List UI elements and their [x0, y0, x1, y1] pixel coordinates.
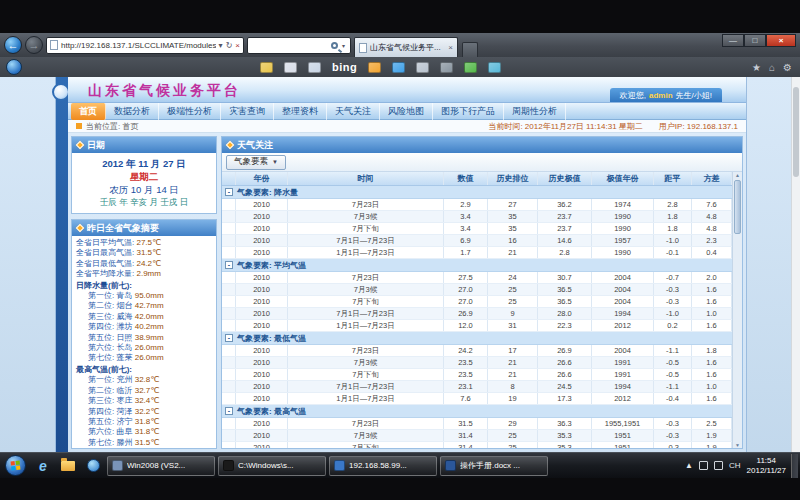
- table-scrollbar[interactable]: ▲ ▼: [732, 172, 742, 448]
- taskbar-window-2[interactable]: C:\Windows\s...: [218, 456, 326, 476]
- table-row[interactable]: 20107月下旬31.42535.31951-0.31.9: [222, 442, 732, 448]
- home-icon[interactable]: ⌂: [769, 62, 775, 73]
- search-icon[interactable]: [331, 42, 338, 49]
- network-icon[interactable]: [714, 461, 723, 470]
- network-app-icon[interactable]: [488, 62, 501, 73]
- cell: 2004: [592, 296, 654, 307]
- table-section-header[interactable]: -气象要素: 降水量: [222, 186, 732, 199]
- nav-item-3[interactable]: 极端性分析: [159, 103, 221, 120]
- table-row[interactable]: 20107月1日—7月23日23.1824.51994-1.11.0: [222, 381, 732, 393]
- nav-item-1[interactable]: 首页: [71, 103, 106, 120]
- table-row[interactable]: 20107月23日27.52430.72004-0.72.0: [222, 272, 732, 284]
- table-section-header[interactable]: -气象要素: 最高气温: [222, 405, 732, 418]
- ie-taskbar-icon[interactable]: e: [32, 456, 54, 476]
- table-row[interactable]: 20101月1日—7月23日7.61917.32012-0.41.6: [222, 393, 732, 405]
- messenger-icon[interactable]: [392, 62, 405, 73]
- tab-title: 山东省气候业务平...: [370, 42, 445, 53]
- weather-app-icon[interactable]: [464, 62, 477, 73]
- mail-icon[interactable]: [260, 62, 273, 73]
- browser-tab[interactable]: 山东省气候业务平... ×: [354, 37, 458, 57]
- bing-app-icon[interactable]: [368, 62, 381, 73]
- mail-open-icon[interactable]: [284, 62, 297, 73]
- column-header-1[interactable]: 年份: [236, 172, 288, 185]
- table-row[interactable]: 20107月3候23.52126.61991-0.51.6: [222, 357, 732, 369]
- table-row[interactable]: 20107月3候27.02536.52004-0.31.6: [222, 284, 732, 296]
- nav-item-2[interactable]: 数据分析: [106, 103, 159, 120]
- stop-icon[interactable]: ×: [235, 41, 240, 50]
- nav-item-5[interactable]: 整理资料: [274, 103, 327, 120]
- task-windows: Win2008 (VS2...C:\Windows\s...192.168.58…: [107, 456, 548, 476]
- taskbar-window-3[interactable]: 192.168.58.99...: [329, 456, 437, 476]
- collapse-icon[interactable]: -: [225, 407, 233, 415]
- collapse-icon[interactable]: -: [225, 261, 233, 269]
- column-header-7[interactable]: 距平: [654, 172, 692, 185]
- column-header-2[interactable]: 时间: [288, 172, 444, 185]
- collapse-icon[interactable]: -: [225, 188, 233, 196]
- element-filter-button[interactable]: 气象要素 ▼: [226, 155, 286, 170]
- start-button[interactable]: [5, 455, 26, 476]
- media-player-taskbar-icon[interactable]: [82, 456, 104, 476]
- column-header-4[interactable]: 历史排位: [488, 172, 538, 185]
- action-center-icon[interactable]: [699, 461, 708, 470]
- back-button[interactable]: ←: [4, 36, 22, 54]
- minimize-button[interactable]: —: [722, 34, 744, 47]
- app-logo-icon[interactable]: [6, 59, 22, 75]
- gear-icon[interactable]: ⚙: [783, 62, 792, 73]
- maximize-button[interactable]: □: [744, 34, 766, 47]
- table-row[interactable]: 20101月1日—7月23日1.7212.81990-0.10.4: [222, 247, 732, 259]
- taskbar-window-4[interactable]: 操作手册.docx ...: [440, 456, 548, 476]
- refresh-icon[interactable]: ↻: [226, 41, 233, 50]
- table-section-header[interactable]: -气象要素: 平均气温: [222, 259, 732, 272]
- column-header-8[interactable]: 方差: [692, 172, 732, 185]
- table-section-header[interactable]: -气象要素: 最低气温: [222, 332, 732, 345]
- column-header-0[interactable]: [222, 172, 236, 185]
- table-row[interactable]: 20107月23日31.52936.31955,1951-0.32.5: [222, 418, 732, 430]
- column-header-6[interactable]: 极值年份: [592, 172, 654, 185]
- table-row[interactable]: 20107月3候31.42535.31951-0.31.9: [222, 430, 732, 442]
- new-tab-button[interactable]: [462, 42, 478, 57]
- nav-item-9[interactable]: 周期性分析: [504, 103, 566, 120]
- column-header-3[interactable]: 数值: [444, 172, 488, 185]
- forward-button[interactable]: →: [25, 36, 43, 54]
- address-dropdown-icon[interactable]: ▾: [219, 41, 223, 50]
- nav-item-6[interactable]: 天气关注: [327, 103, 380, 120]
- tab-close-icon[interactable]: ×: [448, 43, 453, 52]
- table-row[interactable]: 20107月1日—7月23日26.9928.01994-1.01.0: [222, 308, 732, 320]
- language-indicator[interactable]: CH: [729, 461, 741, 470]
- table-row[interactable]: 20107月下旬3.43523.719901.84.8: [222, 223, 732, 235]
- scrollbar-thumb[interactable]: [734, 180, 741, 234]
- nav-item-8[interactable]: 图形下行产品: [433, 103, 504, 120]
- table-row[interactable]: 20107月1日—7月23日6.91614.61957-1.02.3: [222, 235, 732, 247]
- document-icon[interactable]: [308, 62, 321, 73]
- url-text[interactable]: http://192.168.137.1/SLCCLIMATE/modules/…: [61, 41, 216, 50]
- taskbar-window-1[interactable]: Win2008 (VS2...: [107, 456, 215, 476]
- scroll-up-icon[interactable]: ▲: [735, 172, 740, 178]
- address-bar[interactable]: http://192.168.137.1/SLCCLIMATE/modules/…: [46, 37, 244, 54]
- search-box[interactable]: ▾: [247, 37, 351, 54]
- close-button[interactable]: ×: [766, 34, 796, 47]
- browser-scrollbar[interactable]: [791, 77, 800, 452]
- explorer-taskbar-icon[interactable]: [57, 456, 79, 476]
- tools-icon[interactable]: [440, 62, 453, 73]
- search-dropdown-icon[interactable]: ▾: [342, 42, 345, 49]
- welcome-suffix: 先生/小姐!: [676, 90, 712, 101]
- table-row[interactable]: 20107月3候3.43523.719901.84.8: [222, 211, 732, 223]
- table-row[interactable]: 20107月下旬23.52126.61991-0.51.6: [222, 369, 732, 381]
- scroll-down-icon[interactable]: ▼: [735, 442, 740, 448]
- nav-item-4[interactable]: 灾害查询: [221, 103, 274, 120]
- table-row[interactable]: 20107月23日2.92736.219742.87.6: [222, 199, 732, 211]
- star-favorites-icon[interactable]: ★: [752, 62, 761, 73]
- nav-item-7[interactable]: 风险地图: [380, 103, 433, 120]
- taskbar-clock[interactable]: 11:54 2012/11/27: [747, 456, 786, 476]
- show-desktop-button[interactable]: [791, 454, 798, 478]
- table-body: -气象要素: 降水量20107月23日2.92736.219742.87.620…: [222, 186, 732, 448]
- bing-logo[interactable]: bing: [332, 61, 357, 73]
- column-header-5[interactable]: 历史极值: [538, 172, 592, 185]
- browser-scrollbar-thumb[interactable]: [793, 87, 799, 177]
- table-row[interactable]: 20107月下旬27.02536.52004-0.31.6: [222, 296, 732, 308]
- camera-icon[interactable]: [416, 62, 429, 73]
- tray-expand-icon[interactable]: ▲: [685, 461, 693, 470]
- collapse-icon[interactable]: -: [225, 334, 233, 342]
- table-row[interactable]: 20101月1日—7月23日12.03122.320120.21.6: [222, 320, 732, 332]
- table-row[interactable]: 20107月23日24.21726.92004-1.11.8: [222, 345, 732, 357]
